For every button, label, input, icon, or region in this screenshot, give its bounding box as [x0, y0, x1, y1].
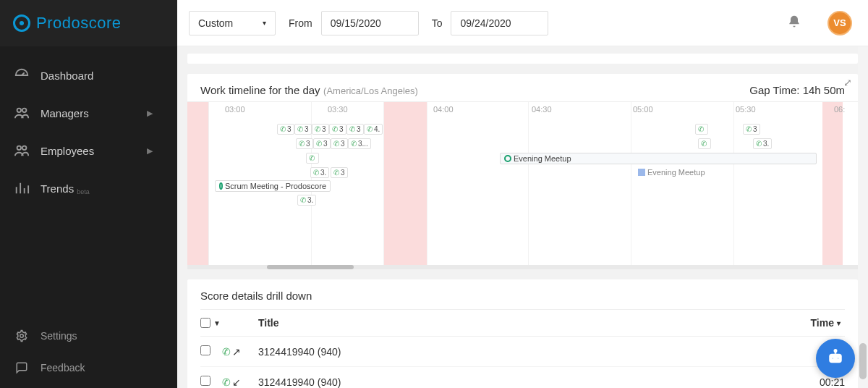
timeline-scroll-thumb[interactable]: [267, 265, 354, 269]
brand-name: Prodoscore: [36, 14, 122, 33]
sidebar-item-employees[interactable]: Employees ▶: [0, 132, 177, 169]
timeline-event-evening-meetup[interactable]: Evening Meetup: [500, 153, 817, 164]
chart-icon: [13, 180, 30, 197]
column-title[interactable]: Title: [222, 317, 811, 329]
time-tick: 04:00: [433, 105, 454, 114]
row-time: 00:21: [820, 376, 845, 388]
event-label: Scrum Meeting - Prodoscore: [225, 182, 326, 190]
chat-launcher[interactable]: [816, 339, 855, 378]
meeting-icon: [219, 182, 223, 190]
svg-point-8: [835, 350, 837, 352]
table-row[interactable]: ✆ ↙ 3124419940 (940) 00:21: [200, 367, 845, 388]
time-tick: 04:30: [532, 105, 552, 114]
timeline-title: Work timeline for the day: [200, 84, 320, 96]
date-range-value: Custom: [198, 17, 233, 29]
avatar-initials: VS: [833, 17, 846, 28]
to-section: To: [432, 11, 549, 35]
call-chip[interactable]: ✆3: [346, 124, 364, 135]
call-chip[interactable]: ✆3: [331, 167, 348, 178]
nav: Dashboard Managers ▶ Employees ▶ Trends …: [0, 46, 177, 320]
timeline-event-evening-meetup-cal[interactable]: Evening Meetup: [634, 167, 743, 177]
call-chip[interactable]: ✆3...: [348, 138, 371, 149]
from-label: From: [289, 17, 312, 29]
call-chip[interactable]: ✆3.: [753, 138, 772, 149]
sidebar-item-label: Trends: [41, 182, 74, 195]
sidebar-item-label: Feedback: [41, 362, 85, 374]
time-tick: 05:30: [736, 105, 756, 114]
prev-card-tail: [187, 54, 858, 64]
bell-icon[interactable]: [787, 14, 801, 32]
svg-point-4: [20, 334, 24, 338]
to-date-input[interactable]: [451, 11, 548, 35]
phone-icon: ✆: [222, 346, 231, 358]
call-chip[interactable]: ✆4.: [364, 124, 383, 135]
call-chip[interactable]: ✆3: [331, 138, 348, 149]
time-tick: 03:30: [328, 105, 348, 114]
drilldown-header-row: ▼ Title Time▾: [200, 309, 845, 337]
call-chip[interactable]: ✆3: [743, 124, 760, 135]
time-tick: 03:00: [225, 105, 245, 114]
beta-badge: beta: [77, 188, 90, 195]
call-chip[interactable]: ✆3: [277, 124, 294, 135]
call-chip[interactable]: ✆3: [313, 138, 331, 149]
sidebar-item-label: Managers: [41, 107, 89, 119]
people-icon: [13, 104, 30, 122]
from-date-input[interactable]: [321, 11, 419, 35]
timeline-grid[interactable]: 03:00 03:30 04:00 04:30 05:00 05:30 06: …: [187, 101, 858, 269]
drilldown-title: Score details drill down: [200, 290, 845, 302]
chevron-down-icon[interactable]: ▼: [213, 319, 221, 327]
row-title: 3124419940 (940): [258, 376, 820, 388]
feedback-icon: [13, 359, 30, 376]
sidebar-item-dashboard[interactable]: Dashboard: [0, 56, 177, 94]
svg-point-3: [22, 146, 26, 151]
svg-point-1: [22, 109, 26, 113]
event-label: Evening Meetup: [514, 154, 571, 163]
chevron-right-icon: ▶: [147, 146, 153, 156]
brand-row[interactable]: Prodoscore: [0, 0, 177, 46]
date-range-select[interactable]: Custom ▾: [189, 11, 276, 35]
row-title: 3124419940 (940): [258, 346, 833, 358]
call-chip[interactable]: ✆3: [312, 124, 329, 135]
sidebar-item-label: Employees: [41, 145, 94, 157]
avatar[interactable]: VS: [827, 11, 852, 35]
to-label: To: [432, 17, 443, 29]
scrollbar-thumb[interactable]: [859, 343, 867, 379]
sidebar-item-trends[interactable]: Trends beta: [0, 169, 177, 207]
row-checkbox[interactable]: [200, 376, 210, 386]
call-chip[interactable]: ✆: [306, 153, 319, 164]
topbar: Custom ▾ From To VS: [177, 0, 868, 46]
chat-bot-icon: [825, 347, 846, 369]
svg-point-7: [837, 357, 840, 360]
sidebar-footer: Settings Feedback: [0, 320, 177, 388]
call-chip[interactable]: ✆3: [294, 124, 312, 135]
sidebar-item-settings[interactable]: Settings: [0, 320, 177, 352]
people-icon: [13, 142, 30, 159]
sidebar-item-label: Settings: [41, 330, 77, 342]
call-chip[interactable]: ✆3: [296, 138, 313, 149]
sidebar-item-feedback[interactable]: Feedback: [0, 352, 177, 384]
expand-icon[interactable]: ⤢: [843, 77, 852, 88]
sidebar-item-managers[interactable]: Managers ▶: [0, 94, 177, 132]
row-checkbox[interactable]: [200, 345, 210, 355]
call-chip[interactable]: ✆3.: [297, 195, 316, 206]
main-content: ⤢ Work timeline for the day (America/Los…: [177, 46, 868, 388]
sidebar: Prodoscore Dashboard Managers ▶ Employee…: [0, 0, 177, 388]
column-time[interactable]: Time▾: [811, 317, 845, 329]
table-row[interactable]: ✆ ↗ 3124419940 (940) 00: [200, 337, 845, 367]
svg-point-0: [17, 109, 21, 113]
call-chip[interactable]: ✆: [695, 124, 708, 135]
gear-icon: [13, 327, 30, 345]
arrow-out-icon: ↗: [232, 346, 241, 358]
call-chip[interactable]: ✆3.: [310, 167, 329, 178]
brand-logo-icon: [13, 14, 30, 32]
vertical-scrollbar[interactable]: [858, 46, 868, 388]
select-all-checkbox[interactable]: [200, 318, 210, 328]
chevron-down-icon: ▾: [263, 19, 266, 27]
call-chip[interactable]: ✆3: [329, 124, 346, 135]
event-label: Evening Meetup: [647, 168, 705, 177]
timeline-event-scrum[interactable]: Scrum Meeting - Prodoscore: [215, 180, 331, 192]
call-chip[interactable]: ✆: [698, 138, 711, 149]
drilldown-card: Score details drill down ▼ Title Time▾ ✆…: [187, 279, 858, 388]
timeline-timezone: (America/Los Angeles): [323, 85, 418, 96]
arrow-in-icon: ↙: [232, 376, 241, 388]
